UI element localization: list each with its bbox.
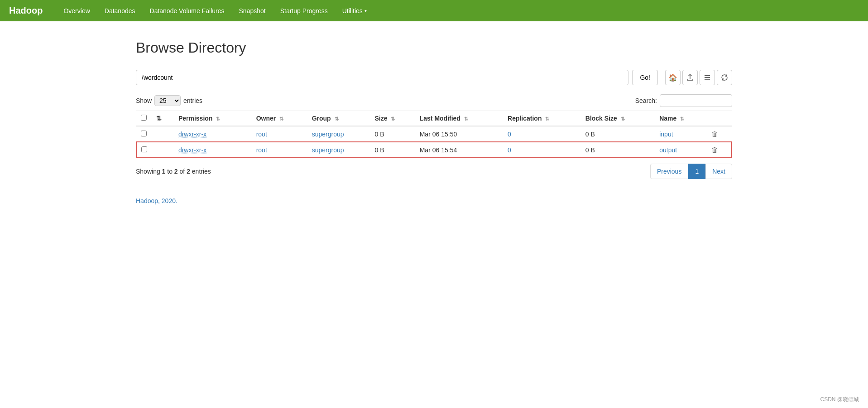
row-group: supergroup: [307, 126, 370, 142]
navbar: Hadoop Overview Datanodes Datanode Volum…: [0, 0, 868, 21]
table-row-highlighted: drwxr-xr-x root supergroup 0 B Mar 06 15…: [136, 142, 732, 158]
previous-button[interactable]: Previous: [650, 164, 688, 179]
footer-text: Hadoop, 2020.: [136, 197, 177, 204]
refresh-icon-button[interactable]: [717, 70, 732, 85]
row-last-modified: Mar 06 15:50: [415, 126, 503, 142]
row-owner: root: [252, 126, 307, 142]
nav-link-overview[interactable]: Overview: [56, 2, 97, 20]
delete-icon[interactable]: 🗑: [711, 146, 718, 154]
th-checkbox[interactable]: [136, 111, 152, 126]
page-footer: Hadoop, 2020.: [136, 197, 732, 204]
showing-to: 2: [174, 168, 178, 175]
path-input[interactable]: [136, 70, 628, 85]
row-replication: 0: [503, 142, 581, 158]
sort-arrows-icon: ⇅: [156, 115, 162, 122]
row-type-icon-cell: [152, 126, 174, 142]
row-block-size: 0 B: [581, 126, 655, 142]
select-all-checkbox[interactable]: [141, 115, 147, 121]
name-link[interactable]: input: [659, 131, 673, 138]
row-delete-cell: 🗑: [707, 142, 732, 158]
next-button[interactable]: Next: [705, 164, 732, 179]
owner-link[interactable]: root: [256, 146, 267, 154]
nav-link-datanodes[interactable]: Datanodes: [97, 2, 143, 20]
directory-table: ⇅ Permission ⇅ Owner ⇅ Group ⇅ Size ⇅: [136, 111, 732, 158]
path-bar: Go! 🏠: [136, 70, 732, 85]
nav-link-snapshot[interactable]: Snapshot: [232, 2, 273, 20]
group-link[interactable]: supergroup: [312, 131, 344, 138]
sort-icon-size: ⇅: [391, 116, 395, 122]
row-owner: root: [252, 142, 307, 158]
table-body: drwxr-xr-x root supergroup 0 B Mar 06 15…: [136, 126, 732, 158]
entries-label: entries: [183, 97, 202, 104]
row-permission: drwxr-xr-x: [174, 126, 252, 142]
main-content: Browse Directory Go! 🏠: [0, 21, 868, 223]
show-label: Show: [136, 97, 152, 104]
th-last-modified[interactable]: Last Modified ⇅: [415, 111, 503, 126]
nav-link-startup-progress[interactable]: Startup Progress: [273, 2, 335, 20]
showing-text: Showing 1 to 2 of 2 entries: [136, 168, 211, 175]
table-footer: Showing 1 to 2 of 2 entries Previous 1 N…: [136, 164, 732, 179]
table-row: drwxr-xr-x root supergroup 0 B Mar 06 15…: [136, 126, 732, 142]
table-header: ⇅ Permission ⇅ Owner ⇅ Group ⇅ Size ⇅: [136, 111, 732, 126]
sort-icon-last-modified: ⇅: [464, 116, 468, 122]
th-replication[interactable]: Replication ⇅: [503, 111, 581, 126]
group-link[interactable]: supergroup: [312, 146, 344, 154]
row-block-size: 0 B: [581, 142, 655, 158]
row-permission: drwxr-xr-x: [174, 142, 252, 158]
th-name[interactable]: Name ⇅: [655, 111, 707, 126]
page-title: Browse Directory: [136, 39, 732, 56]
show-entries: Show 10 25 50 100 entries: [136, 95, 202, 106]
replication-link[interactable]: 0: [508, 146, 511, 154]
navbar-brand: Hadoop: [9, 5, 43, 16]
row-name: output: [655, 142, 707, 158]
nav-link-utilities[interactable]: Utilities ▾: [335, 2, 374, 20]
sort-icon-permission: ⇅: [216, 116, 220, 122]
showing-total: 2: [187, 168, 190, 175]
row-checkbox-cell[interactable]: [136, 126, 152, 142]
search-label: Search:: [635, 97, 657, 104]
row-checkbox[interactable]: [141, 131, 147, 136]
delete-icon[interactable]: 🗑: [711, 130, 718, 138]
list-icon-button[interactable]: [700, 70, 715, 85]
th-permission[interactable]: Permission ⇅: [174, 111, 252, 126]
pagination: Previous 1 Next: [650, 164, 732, 179]
nav-dropdown-utilities[interactable]: Utilities ▾: [335, 2, 374, 20]
replication-link[interactable]: 0: [508, 131, 511, 138]
th-sort-icon[interactable]: ⇅: [152, 111, 174, 126]
row-replication: 0: [503, 126, 581, 142]
search-input[interactable]: [660, 94, 732, 107]
go-button[interactable]: Go!: [632, 70, 658, 85]
sort-icon-replication: ⇅: [545, 116, 549, 122]
row-delete-cell: 🗑: [707, 126, 732, 142]
th-block-size[interactable]: Block Size ⇅: [581, 111, 655, 126]
row-last-modified: Mar 06 15:54: [415, 142, 503, 158]
showing-from: 1: [162, 168, 166, 175]
row-size: 0 B: [370, 126, 415, 142]
sort-icon-block-size: ⇅: [621, 116, 625, 122]
sort-icon-name: ⇅: [680, 116, 684, 122]
name-link[interactable]: output: [659, 146, 677, 154]
row-checkbox-cell[interactable]: [136, 142, 152, 158]
th-actions: [707, 111, 732, 126]
owner-link[interactable]: root: [256, 131, 267, 138]
page-1-button[interactable]: 1: [688, 164, 705, 179]
th-size[interactable]: Size ⇅: [370, 111, 415, 126]
row-name: input: [655, 126, 707, 142]
entries-select[interactable]: 10 25 50 100: [154, 95, 181, 106]
sort-icon-group: ⇅: [335, 116, 339, 122]
navbar-links: Overview Datanodes Datanode Volume Failu…: [56, 2, 374, 20]
row-type-icon-cell: [152, 142, 174, 158]
th-owner[interactable]: Owner ⇅: [252, 111, 307, 126]
row-size: 0 B: [370, 142, 415, 158]
table-controls: Show 10 25 50 100 entries Search:: [136, 94, 732, 107]
home-icon-button[interactable]: 🏠: [665, 70, 681, 85]
th-group[interactable]: Group ⇅: [307, 111, 370, 126]
dropdown-caret-icon: ▾: [364, 8, 367, 13]
row-group: supergroup: [307, 142, 370, 158]
row-checkbox[interactable]: [141, 146, 147, 152]
nav-link-datanode-volume-failures[interactable]: Datanode Volume Failures: [143, 2, 232, 20]
search-box: Search:: [635, 94, 732, 107]
sort-icon-owner: ⇅: [279, 116, 283, 122]
icon-toolbar: 🏠: [665, 70, 732, 85]
upload-icon-button[interactable]: [682, 70, 698, 85]
